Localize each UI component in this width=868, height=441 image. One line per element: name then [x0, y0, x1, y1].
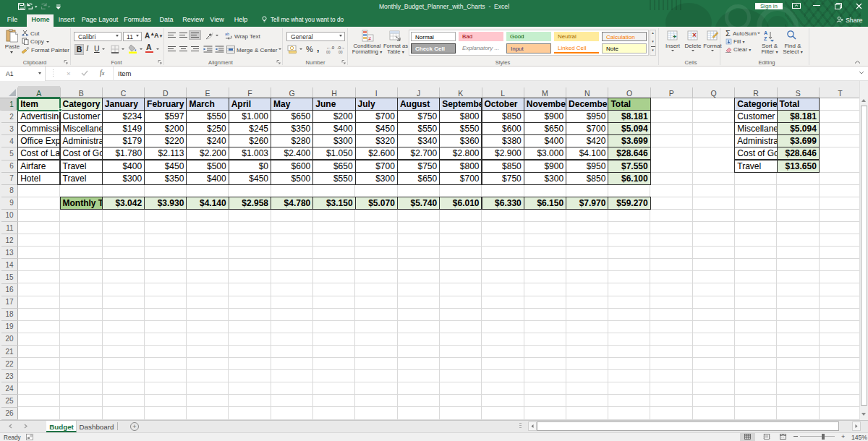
svg-text:00: 00	[326, 50, 331, 53]
svg-text:A: A	[764, 30, 767, 35]
svg-text:00: 00	[339, 50, 343, 53]
svg-text:Z: Z	[764, 36, 767, 41]
svg-text:≠: ≠	[368, 35, 371, 42]
svg-text:ab: ab	[225, 32, 229, 36]
